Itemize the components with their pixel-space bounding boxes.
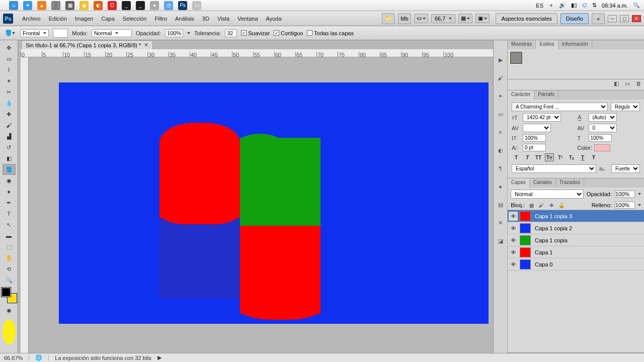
brush-panel-icon[interactable]: 🖌 [496,73,505,82]
eraser-tool[interactable]: ◧ [3,153,16,164]
current-tool-icon[interactable]: 🪣 [4,28,16,38]
italic-button[interactable]: T [523,153,532,161]
tab-muestras[interactable]: Muestras [508,40,536,49]
font-style-select[interactable]: Regular [611,103,640,111]
layer-thumbnail[interactable] [520,259,531,269]
screen-mode-dropdown[interactable]: ▣ [475,14,490,23]
menu-ayuda[interactable]: Ayuda [262,14,286,24]
layer-panel-icon[interactable]: ▤ [496,200,505,209]
antialias-select[interactable]: Fuerte [611,164,640,173]
firefox-icon[interactable]: ◐ [94,1,103,10]
zoom-tool[interactable]: 🔍 [3,275,16,286]
subscript-button[interactable]: T₁ [567,153,576,161]
lock-pixels-icon[interactable]: 🖌 [538,202,545,209]
window-minimize-button[interactable]: — [608,15,617,22]
superscript-button[interactable]: T¹ [556,153,565,161]
menu-capa[interactable]: Capa [97,14,118,24]
layer-row[interactable]: 👁Capa 1 copia 3 [508,210,644,222]
kerning-select[interactable] [523,124,551,132]
visibility-icon[interactable]: 👁 [509,212,518,221]
smallcaps-button[interactable]: Tᴛ [545,153,554,161]
tab-canales[interactable]: Canales [530,178,556,188]
workspace-more-button[interactable]: » [592,13,605,24]
safari-icon[interactable]: ✦ [23,1,32,10]
launch-bridge-button[interactable]: 📁 [382,13,395,24]
opacity-input[interactable]: 100% [165,29,183,37]
canvas[interactable] [59,82,489,324]
record-icon[interactable]: ● [150,1,159,10]
language-indicator[interactable]: ES [536,3,543,9]
layer-thumbnail[interactable] [520,235,531,245]
3d-panel-icon[interactable]: ◪ [496,236,505,245]
adjust-icon-2[interactable]: ▭ [625,80,632,87]
hand-tool[interactable]: ✋ [3,252,16,263]
all-layers-checkbox[interactable]: Todas las capas [307,30,354,36]
stamp-tool[interactable]: ▟ [3,131,16,142]
layer-blend-select[interactable]: Normal [511,190,584,199]
para-panel-icon[interactable]: ¶ [496,164,505,173]
vlc-icon[interactable]: ▲ [37,1,46,10]
hscale-input[interactable] [589,134,612,142]
tools-panel-icon[interactable]: ✕ [496,218,505,227]
file-icon[interactable]: ▭ [192,1,201,10]
shape-tool[interactable]: ▬ [3,230,16,241]
status-zoom[interactable]: 66.67% [4,355,23,361]
tab-capas[interactable]: Capas [508,178,530,188]
pen-tool[interactable]: ✒ [3,197,16,208]
image-panel-icon[interactable]: ▭ [496,110,505,119]
layer-name[interactable]: Capa 0 [533,261,552,267]
document-tab[interactable]: Sin título-1 al 66,7% (Capa 1 copia 3, R… [21,40,153,49]
mini-bridge-button[interactable]: Mb [398,13,411,24]
workspace-essentials-button[interactable]: Aspectos esenciales [496,13,557,24]
visibility-icon[interactable]: 👁 [509,236,518,245]
menu-archivo[interactable]: Archivo [18,14,45,24]
adjust-panel-icon[interactable]: ≡ [496,128,505,137]
menu-vista[interactable]: Vista [213,14,233,24]
tab-información[interactable]: Información [558,40,592,49]
contiguous-checkbox[interactable]: ✓Contiguo [274,30,303,36]
vscale-input[interactable] [523,134,546,142]
status-globe-icon[interactable]: 🌐 [35,354,42,361]
gear-panel-icon[interactable]: ✶ [496,92,505,101]
layer-name[interactable]: Capa 1 [533,249,552,255]
volume-icon[interactable]: 🔊 [559,2,566,9]
adjust-icon-3[interactable]: 🗑 [636,80,643,87]
dodge-tool[interactable]: ● [3,186,16,197]
adjust-icon-1[interactable]: ◧ [614,80,621,87]
pattern-swatch[interactable] [53,29,68,38]
photoshop-dock-icon[interactable]: Ps [178,1,187,10]
fill-source-select[interactable]: Frontal [20,29,49,37]
eyedropper-tool[interactable]: 💧 [3,98,16,109]
clock-icon[interactable]: ◷ [164,1,173,10]
font-family-select[interactable]: A Charming Font ... [512,103,608,111]
bluetooth-icon[interactable]: ⌬ [582,2,587,9]
opera-icon[interactable]: O [108,1,117,10]
lock-position-icon[interactable]: ✥ [548,202,555,209]
underline-button[interactable]: T [578,153,587,161]
lasso-tool[interactable]: ⌇ [3,64,16,75]
color-panel-icon[interactable]: ● [496,182,505,191]
layer-name[interactable]: Capa 1 copia 2 [533,225,572,231]
menu-ventana[interactable]: Ventana [233,14,262,24]
spotlight-icon[interactable]: 🔍 [633,2,640,9]
font-size-select[interactable]: 1420.42 pt [523,113,561,122]
strikethrough-button[interactable]: Ŧ [589,153,598,161]
move-tool[interactable]: ✥ [3,42,16,53]
tracking-select[interactable]: 0 [589,124,617,132]
antialias-checkbox[interactable]: ✓Suavizar [241,30,270,36]
panel-collapse-icon[interactable]: ▶ [496,55,505,64]
layer-thumbnail[interactable] [520,247,531,257]
bold-button[interactable]: T [512,153,521,161]
tab-carácter[interactable]: Carácter [508,90,534,100]
menu-filtro[interactable]: Filtro [150,14,171,24]
view-extras-dropdown[interactable]: ▭ [414,14,428,23]
brush-tool[interactable]: 🖌 [3,120,16,131]
layer-name[interactable]: Capa 1 copia [533,237,568,243]
path-select-tool[interactable]: ↖ [3,219,16,230]
style-swatch[interactable] [510,51,523,64]
layer-row[interactable]: 👁Capa 1 [508,246,644,258]
menu-análisis[interactable]: Análisis [171,14,198,24]
visibility-icon[interactable]: 👁 [509,224,518,233]
color-swatches[interactable] [2,288,17,303]
allcaps-button[interactable]: TT [534,153,543,161]
